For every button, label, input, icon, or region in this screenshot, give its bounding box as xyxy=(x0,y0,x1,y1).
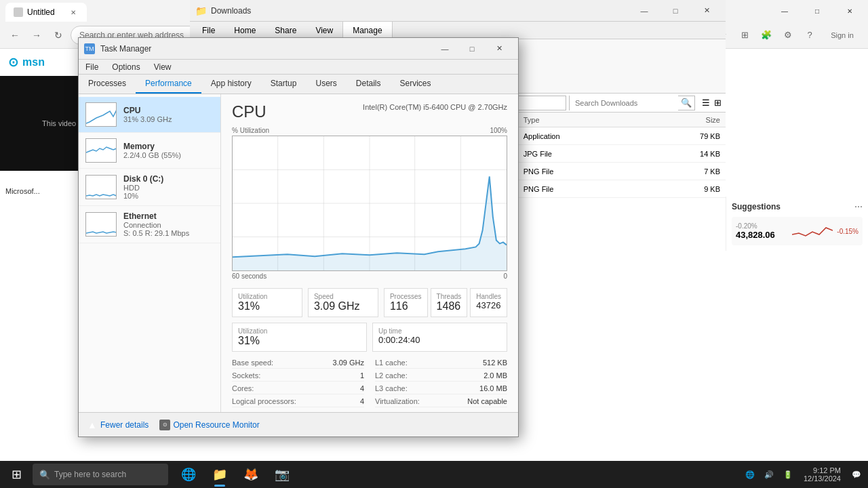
tm-device-disk[interactable]: Disk 0 (C:) HDD 10% xyxy=(79,169,220,206)
help-icon[interactable]: ? xyxy=(800,26,819,45)
col-size-label: Size xyxy=(706,116,720,124)
tm-menubar: File Options View xyxy=(79,60,518,75)
start-icon: ⊞ xyxy=(12,467,22,482)
network-icon: 🌐 xyxy=(745,470,755,479)
tm-device-ethernet[interactable]: Ethernet Connection S: 0.5 R: 29.1 Mbps xyxy=(79,206,220,243)
browser-window-controls: — □ ✕ xyxy=(769,0,868,22)
col-size[interactable]: Size xyxy=(654,116,726,124)
cpu-sub: 31% 3.09 GHz xyxy=(123,115,214,123)
fe-minimize-btn[interactable]: — xyxy=(631,3,658,18)
tm-sidebar: CPU 31% 3.09 GHz Memory 2.2/4.0 GB (55%) xyxy=(79,94,221,412)
extensions-icon[interactable]: 🧩 xyxy=(757,26,776,45)
fe-search-icon[interactable]: 🔍 xyxy=(678,98,694,108)
tm-menu-view[interactable]: View xyxy=(147,61,178,73)
ethernet-sub: Connection xyxy=(123,221,214,229)
taskbar-app-camera[interactable]: 📷 xyxy=(267,461,297,488)
settings-icon[interactable]: ⚙ xyxy=(778,26,797,45)
taskbar: ⊞ 🔍 Type here to search 🌐 📁 🦊 📷 🌐 🔊 🔋 9:… xyxy=(0,461,868,488)
view-grid-btn[interactable]: ⊞ xyxy=(713,96,723,109)
systray-network[interactable]: 🌐 xyxy=(741,461,759,488)
fe-tab-file[interactable]: File xyxy=(193,22,224,39)
refresh-btn[interactable]: ↻ xyxy=(49,26,68,45)
file-type: Application xyxy=(524,132,655,140)
taskbar-app-firefox[interactable]: 🦊 xyxy=(236,461,266,488)
file-size: 7 KB xyxy=(654,167,726,176)
fe-tab-view[interactable]: View xyxy=(306,22,342,39)
stock-widget[interactable]: -0.20% 43,828.06 -0.15% xyxy=(732,217,863,245)
stat-speed: Speed 3.09 GHz xyxy=(308,288,378,317)
file-size: 14 KB xyxy=(654,150,726,158)
detail-sockets: Sockets: 1 xyxy=(232,370,364,382)
tm-menu-file[interactable]: File xyxy=(79,61,105,73)
detail-l1: L1 cache: 512 KB xyxy=(375,357,507,369)
back-btn[interactable]: ← xyxy=(5,26,24,45)
fe-title: Downloads xyxy=(211,6,627,16)
tm-cpu-label: CPU xyxy=(232,102,267,121)
start-btn[interactable]: ⊞ xyxy=(0,461,33,488)
tm-titlebar: TM Task Manager — □ ✕ xyxy=(79,38,518,60)
stat-uptime: Up time 0:00:24:40 xyxy=(372,323,507,352)
cpu-device-info: CPU 31% 3.09 GHz xyxy=(123,106,214,123)
taskbar-app-edge[interactable]: 🌐 xyxy=(174,461,203,488)
taskbar-app-fileexplorer[interactable]: 📁 xyxy=(205,461,235,488)
cpu-name: CPU xyxy=(123,106,214,115)
stat-threads: Threads 1486 xyxy=(431,288,468,317)
forward-btn[interactable]: → xyxy=(27,26,46,45)
tm-device-memory[interactable]: Memory 2.2/4.0 GB (55%) xyxy=(79,133,220,169)
tm-tab-performance[interactable]: Performance xyxy=(136,75,201,94)
notification-center[interactable]: 💬 xyxy=(848,461,865,488)
taskbar-search[interactable]: 🔍 Type here to search xyxy=(33,464,168,485)
speed-label: Speed xyxy=(314,293,372,300)
browser-maximize-btn[interactable]: □ xyxy=(802,0,833,22)
l3-key: L3 cache: xyxy=(375,384,408,392)
tm-close-btn[interactable]: ✕ xyxy=(486,41,513,56)
browser-tab[interactable]: Untitled ✕ xyxy=(5,3,87,22)
fewer-details-btn[interactable]: ▲ Fewer details xyxy=(87,420,149,430)
tm-minimize-btn[interactable]: — xyxy=(431,41,458,56)
msn-text: msn xyxy=(22,56,45,68)
proc-label: Processes xyxy=(390,293,422,300)
fewer-details-label: Fewer details xyxy=(100,420,149,430)
stat-utilization: Utilization 31% xyxy=(232,288,302,317)
detail-l2: L2 cache: 2.0 MB xyxy=(375,370,507,382)
systray-clock[interactable]: 9:12 PM 12/13/2024 xyxy=(798,461,846,488)
fe-tab-share[interactable]: Share xyxy=(265,22,306,39)
tm-menu-options[interactable]: Options xyxy=(105,61,146,73)
tab-area: Untitled ✕ xyxy=(0,0,87,22)
resource-monitor-label: Open Resource Monitor xyxy=(173,420,259,430)
systray-battery[interactable]: 🔋 xyxy=(779,461,797,488)
stock-sparkline xyxy=(792,221,833,241)
tm-tab-details[interactable]: Details xyxy=(347,75,391,94)
tm-tab-processes[interactable]: Processes xyxy=(79,75,136,94)
tm-maximize-btn[interactable]: □ xyxy=(458,41,486,56)
signin-btn[interactable]: Sign in xyxy=(822,26,863,45)
detail-logical: Logical processors: 4 xyxy=(232,396,364,407)
collections-icon[interactable]: ⊞ xyxy=(735,26,754,45)
browser-close-btn[interactable]: ✕ xyxy=(834,0,865,22)
clock-time: 9:12 PM xyxy=(813,466,841,474)
browser-minimize-btn[interactable]: — xyxy=(769,0,800,22)
col-type[interactable]: Type xyxy=(524,116,655,124)
ethernet-name: Ethernet xyxy=(123,211,214,221)
systray-volume[interactable]: 🔊 xyxy=(760,461,778,488)
tm-device-cpu[interactable]: CPU 31% 3.09 GHz xyxy=(79,97,220,133)
tm-tab-users[interactable]: Users xyxy=(306,75,346,94)
suggestions-more-icon[interactable]: ⋯ xyxy=(854,202,863,211)
view-list-btn[interactable]: ☰ xyxy=(701,96,711,109)
tm-tab-apphistory[interactable]: App history xyxy=(201,75,261,94)
detail-cores: Cores: 4 xyxy=(232,383,364,394)
fe-search-input[interactable] xyxy=(570,96,678,110)
open-resource-monitor-btn[interactable]: ⊙ Open Resource Monitor xyxy=(159,420,259,430)
detail-virt: Virtualization: Not capable xyxy=(375,396,507,407)
tm-tab-services[interactable]: Services xyxy=(391,75,441,94)
stock-change: -0.20% xyxy=(736,222,788,230)
stat-utilization2: Utilization 31% xyxy=(232,323,367,352)
fe-close-btn[interactable]: ✕ xyxy=(693,3,720,18)
tab-close-btn[interactable]: ✕ xyxy=(68,7,79,18)
fe-maximize-btn[interactable]: □ xyxy=(662,3,689,18)
fewer-details-icon: ▲ xyxy=(87,420,98,430)
tm-tab-startup[interactable]: Startup xyxy=(261,75,307,94)
fe-tab-manage[interactable]: Manage xyxy=(342,21,392,39)
virt-key: Virtualization: xyxy=(375,397,420,405)
fe-tab-home[interactable]: Home xyxy=(224,22,265,39)
